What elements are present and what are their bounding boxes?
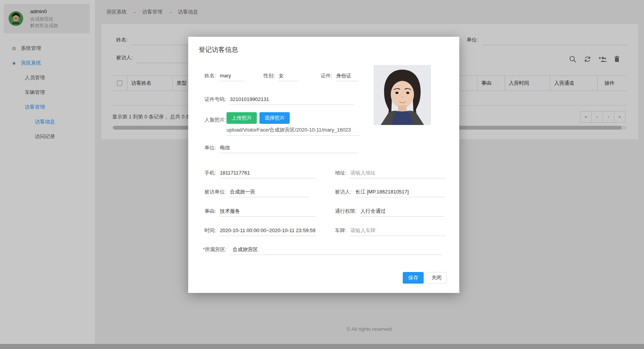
gender-field-group: 性别: <box>263 70 299 82</box>
reason-label: 事由: <box>204 208 216 215</box>
visited-unit-field-group: 被访单位: <box>204 186 310 198</box>
visited-person-label: 被访人: <box>335 188 352 195</box>
id-number-label: 证件号码: <box>204 96 226 103</box>
permission-field-group: 通行权限: <box>335 205 444 217</box>
visited-person-input[interactable] <box>355 186 446 197</box>
permission-input[interactable] <box>360 206 444 217</box>
permission-label: 通行权限: <box>335 208 357 215</box>
gender-label: 性别: <box>263 72 275 79</box>
id-number-field-group: 证件号码: <box>204 94 354 105</box>
reason-input[interactable] <box>219 206 316 217</box>
face-photo-path: upload/VisitorFace/合成旅营区/2020-10-11/mary… <box>227 124 360 136</box>
face-photo-buttons: 上传照片 选择照片 <box>227 112 290 124</box>
plate-label: 车牌: <box>335 227 347 234</box>
name-field-group: 姓名: <box>204 70 245 82</box>
plate-field-group: 车牌: <box>335 225 446 236</box>
address-field-group: 地址: <box>335 167 446 179</box>
camp-field-group: *所属营区: <box>203 244 442 255</box>
face-photo-label: 人脸照片: <box>204 116 226 123</box>
modal-title: 登记访客信息 <box>199 45 238 54</box>
time-field-group: 时间: <box>204 225 316 236</box>
unit-label: 单位: <box>204 144 216 151</box>
close-button[interactable]: 关闭 <box>426 272 447 284</box>
plate-input[interactable] <box>350 225 446 236</box>
camp-input[interactable] <box>230 244 442 255</box>
id-type-field-group: 证件: <box>321 70 359 82</box>
choose-photo-button[interactable]: 选择照片 <box>259 112 290 124</box>
time-label: 时间: <box>204 227 216 234</box>
visited-person-field-group: 被访人: <box>335 186 446 198</box>
phone-label: 手机: <box>204 169 216 176</box>
face-photo-field-group: 人脸照片: <box>204 114 229 126</box>
visited-unit-input[interactable] <box>229 186 310 197</box>
camp-label: *所属营区: <box>203 246 227 253</box>
phone-field-group: 手机: <box>204 167 316 179</box>
visited-unit-label: 被访单位: <box>204 188 226 195</box>
id-type-label: 证件: <box>321 72 332 79</box>
save-button[interactable]: 保存 <box>403 272 424 284</box>
phone-input[interactable] <box>219 168 316 178</box>
reason-field-group: 事由: <box>204 205 316 217</box>
time-range-input[interactable] <box>219 225 316 236</box>
visitor-registration-modal: 登记访客信息 姓名: 性别: 证件: 证件号码: 人脸照片: 上传照片 选择照片… <box>188 37 459 293</box>
id-type-input[interactable] <box>335 70 359 81</box>
id-number-input[interactable] <box>229 94 354 105</box>
name-input[interactable] <box>219 70 245 81</box>
visitor-photo-image <box>374 65 431 125</box>
address-input[interactable] <box>350 168 446 178</box>
upload-photo-button[interactable]: 上传照片 <box>227 112 257 124</box>
gender-input[interactable] <box>278 70 299 81</box>
visitor-photo <box>374 65 431 125</box>
name-label: 姓名: <box>204 72 216 79</box>
address-label: 地址: <box>335 169 347 176</box>
unit-field-group: 单位: <box>204 142 359 154</box>
unit-input[interactable] <box>219 142 359 153</box>
